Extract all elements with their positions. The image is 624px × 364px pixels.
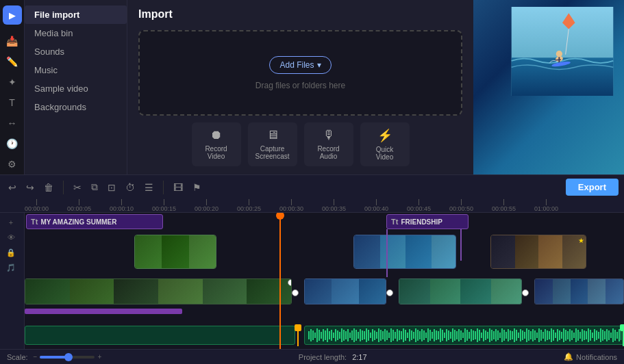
record-video-button[interactable]: ⏺ RecordVideo bbox=[192, 122, 241, 166]
clip-connector-3[interactable] bbox=[522, 289, 529, 296]
audio-icon-btn[interactable]: 🎵 bbox=[1, 261, 21, 274]
main-video-track bbox=[25, 277, 624, 306]
title-clip-friendship[interactable]: Tt FRIENDSHIP bbox=[386, 214, 469, 229]
scale-slider[interactable]: − + bbox=[34, 353, 102, 361]
clip-dot-1[interactable] bbox=[288, 279, 292, 286]
sidebar-item-media-bin[interactable]: Media bin bbox=[25, 24, 127, 42]
svg-rect-168 bbox=[366, 328, 367, 342]
video-segment-2[interactable] bbox=[304, 278, 386, 304]
video-segment-1[interactable] bbox=[25, 278, 292, 304]
scale-fill bbox=[40, 356, 67, 359]
delete-button[interactable]: 🗑 bbox=[41, 181, 56, 194]
svg-rect-280 bbox=[596, 330, 597, 340]
svg-rect-258 bbox=[551, 328, 552, 342]
title-clip-summer[interactable]: Tt MY AMAZING SUMMER bbox=[26, 214, 163, 229]
ruler-mark-50: 00:00:50 bbox=[449, 199, 473, 212]
notifications-button[interactable]: 🔔 Notifications bbox=[564, 352, 617, 361]
scale-track[interactable] bbox=[40, 356, 95, 359]
eye-button[interactable]: 👁 bbox=[1, 231, 21, 244]
audio-segment-2[interactable] bbox=[304, 326, 624, 345]
svg-rect-252 bbox=[538, 328, 540, 342]
cut-button[interactable]: ✂ bbox=[71, 181, 84, 194]
svg-rect-189 bbox=[409, 329, 410, 341]
video-segment-3[interactable] bbox=[399, 278, 522, 304]
svg-rect-197 bbox=[425, 333, 427, 338]
svg-rect-269 bbox=[573, 333, 575, 338]
svg-rect-224 bbox=[481, 333, 482, 338]
cursor-icon-btn[interactable]: ✏️ bbox=[3, 52, 22, 71]
playhead[interactable] bbox=[279, 213, 281, 349]
waveform-display-2 bbox=[307, 327, 621, 343]
record-audio-button[interactable]: 🎙 RecordAudio bbox=[304, 122, 353, 166]
copy-button[interactable]: ⧉ bbox=[88, 180, 101, 194]
svg-rect-163 bbox=[355, 330, 357, 341]
transitions-icon-btn[interactable]: ↔ bbox=[3, 114, 22, 133]
screencast-icon: 🖥 bbox=[266, 128, 279, 142]
sidebar-item-music[interactable]: Music bbox=[25, 61, 127, 79]
app-logo[interactable]: ▶ bbox=[3, 5, 22, 25]
sidebar-item-backgrounds[interactable]: Backgrounds bbox=[25, 98, 127, 116]
svg-rect-267 bbox=[569, 329, 571, 341]
broll-clip-ocean[interactable] bbox=[353, 235, 456, 269]
sidebar-item-sounds[interactable]: Sounds bbox=[25, 42, 127, 61]
ruler-mark-35: 00:00:35 bbox=[322, 199, 346, 212]
svg-rect-145 bbox=[319, 330, 320, 341]
icon-bar: ▶ 📥 ✏️ ✦ T ↔ 🕐 ⚙ bbox=[0, 0, 25, 174]
toolbar-separator-1 bbox=[63, 181, 64, 194]
clip-connector-1[interactable] bbox=[292, 289, 299, 296]
add-files-button[interactable]: Add Files ▾ bbox=[269, 56, 331, 74]
clip-connector-2[interactable] bbox=[386, 289, 393, 296]
redo-button[interactable]: ↪ bbox=[23, 181, 37, 194]
scale-minus-icon[interactable]: − bbox=[34, 353, 38, 361]
video-segment-4[interactable] bbox=[534, 278, 624, 304]
svg-rect-152 bbox=[333, 333, 334, 338]
timer-button[interactable]: ⏱ bbox=[123, 181, 138, 194]
cut-marker bbox=[297, 324, 299, 346]
effects-icon-btn[interactable]: ✦ bbox=[3, 73, 22, 92]
import-icon-btn[interactable]: 📥 bbox=[3, 31, 22, 51]
drop-zone[interactable]: Add Files ▾ Drag files or folders here bbox=[138, 30, 462, 116]
record-video-icon: ⏺ bbox=[210, 128, 223, 142]
lock-button[interactable]: 🔒 bbox=[1, 246, 21, 259]
svg-rect-213 bbox=[458, 329, 460, 341]
crop-timeline-button[interactable]: ⊡ bbox=[105, 181, 118, 194]
svg-rect-221 bbox=[475, 331, 476, 339]
svg-rect-160 bbox=[349, 333, 351, 338]
audio-segment-1[interactable] bbox=[25, 326, 295, 345]
timeline-toolbar: ↩ ↪ 🗑 ✂ ⧉ ⊡ ⏱ ☰ 🎞 ⚑ Export bbox=[0, 174, 624, 199]
history-icon-btn[interactable]: 🕐 bbox=[3, 134, 22, 153]
add-track-button[interactable]: + bbox=[1, 216, 21, 229]
ruler-mark-25: 00:00:25 bbox=[237, 199, 261, 212]
svg-rect-169 bbox=[368, 330, 369, 341]
svg-rect-260 bbox=[555, 333, 556, 338]
scale-thumb[interactable] bbox=[64, 353, 73, 361]
svg-rect-292 bbox=[621, 330, 621, 340]
title-track-row: Tt MY AMAZING SUMMER Tt FRIENDSHIP bbox=[25, 214, 624, 232]
list-button[interactable]: ☰ bbox=[142, 181, 156, 194]
svg-rect-274 bbox=[584, 330, 585, 340]
sidebar-item-file-import[interactable]: File import bbox=[25, 5, 127, 24]
title-overlay-bar-1[interactable] bbox=[25, 309, 182, 314]
svg-rect-150 bbox=[329, 331, 330, 339]
sidebar-item-sample-video[interactable]: Sample video bbox=[25, 79, 127, 98]
broll-clip-sunset[interactable]: ★ bbox=[490, 235, 586, 269]
text-icon-btn[interactable]: T bbox=[3, 93, 22, 112]
scale-plus-icon[interactable]: + bbox=[97, 353, 101, 361]
broll-clip-jungle[interactable] bbox=[134, 235, 216, 269]
flag-button[interactable]: ⚑ bbox=[190, 181, 204, 194]
svg-rect-282 bbox=[600, 328, 601, 342]
quick-video-button[interactable]: ⚡ QuickVideo bbox=[360, 122, 410, 166]
ruler-mark-5: 00:00:05 bbox=[67, 199, 91, 212]
tools-icon-btn[interactable]: ⚙ bbox=[3, 155, 22, 174]
film-button[interactable]: 🎞 bbox=[171, 181, 186, 194]
svg-rect-259 bbox=[553, 330, 554, 341]
import-actions: ⏺ RecordVideo 🖥 CaptureScreencast 🎙 Reco… bbox=[138, 122, 462, 166]
svg-rect-175 bbox=[380, 330, 382, 341]
export-button[interactable]: Export bbox=[566, 179, 619, 196]
svg-rect-185 bbox=[401, 331, 402, 339]
undo-button[interactable]: ↩ bbox=[5, 181, 19, 194]
svg-rect-195 bbox=[421, 329, 423, 341]
svg-rect-148 bbox=[325, 330, 326, 340]
title-icon: Tt bbox=[31, 218, 38, 226]
capture-screencast-button[interactable]: 🖥 CaptureScreencast bbox=[248, 122, 297, 166]
